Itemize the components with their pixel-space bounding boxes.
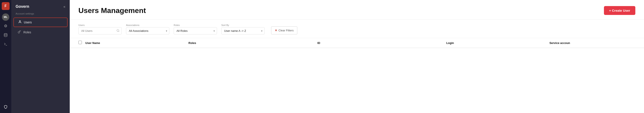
shield-nav-icon[interactable] (2, 103, 10, 111)
users-filter-input-wrap (78, 27, 122, 34)
svg-point-0 (4, 34, 7, 35)
main-content: Users Management + Create User Users Ass… (70, 0, 644, 113)
page-title: Users Management (78, 6, 146, 15)
users-filter-label: Users (78, 24, 122, 26)
icon-sidebar: F ML ⚙ (0, 0, 11, 113)
nav-item-roles[interactable]: Roles (14, 28, 68, 36)
account-settings-label: Account settings (11, 12, 70, 17)
associations-filter-label: Associations (126, 24, 169, 26)
terminal-nav-icon[interactable] (2, 40, 10, 48)
clear-filters-label: Clear Filters (278, 29, 294, 32)
roles-icon (18, 30, 21, 34)
users-search-input[interactable] (78, 27, 122, 34)
sort-by-filter-group: Sort By User name A -> Z ▾ (221, 24, 264, 34)
clear-filters-x-icon: ✕ (275, 29, 277, 32)
nav-item-users-label: Users (24, 20, 32, 24)
svg-point-2 (19, 20, 20, 22)
associations-select[interactable]: All Associations (126, 27, 169, 34)
sort-by-filter-label: Sort By (221, 24, 264, 26)
roles-filter-group: Roles All Roles ▾ (174, 24, 217, 34)
users-icon (18, 20, 22, 24)
database-nav-icon[interactable] (2, 31, 10, 39)
user-avatar[interactable]: ML (2, 14, 9, 21)
roles-filter-label: Roles (174, 24, 217, 26)
roles-select[interactable]: All Roles (174, 27, 217, 34)
create-user-button[interactable]: + Create User (604, 6, 635, 15)
left-nav: Govern « Account settings Users Roles (11, 0, 70, 113)
sort-by-filter-select-wrap: User name A -> Z ▾ (221, 27, 264, 34)
table-select-all-checkbox-wrap (78, 41, 85, 45)
main-header: Users Management + Create User (70, 0, 644, 20)
select-all-checkbox[interactable] (78, 41, 82, 44)
filters-row: Users Associations All Associations ▾ (70, 20, 644, 38)
left-nav-title: Govern (16, 4, 29, 9)
table-header-row: User Name Roles ID Login Service accoun (70, 38, 644, 48)
nav-item-roles-label: Roles (24, 30, 31, 34)
settings-nav-icon[interactable]: ⚙ (2, 22, 10, 30)
collapse-button[interactable]: « (64, 5, 66, 9)
th-id: ID (318, 41, 446, 44)
th-login: Login (446, 41, 549, 44)
th-service-account: Service accoun (549, 41, 635, 44)
sort-by-select[interactable]: User name A -> Z (221, 27, 264, 34)
app-logo[interactable]: F (2, 2, 10, 10)
associations-filter-group: Associations All Associations ▾ (126, 24, 169, 34)
svg-point-3 (18, 32, 20, 33)
th-roles: Roles (188, 41, 317, 44)
clear-filters-button[interactable]: ✕ Clear Filters (271, 26, 297, 34)
th-user-name: User Name (85, 41, 188, 44)
left-nav-header: Govern « (11, 4, 70, 12)
associations-filter-select-wrap: All Associations ▾ (126, 27, 169, 34)
nav-item-users[interactable]: Users (14, 18, 68, 27)
users-filter-group: Users (78, 24, 122, 34)
roles-filter-select-wrap: All Roles ▾ (174, 27, 217, 34)
